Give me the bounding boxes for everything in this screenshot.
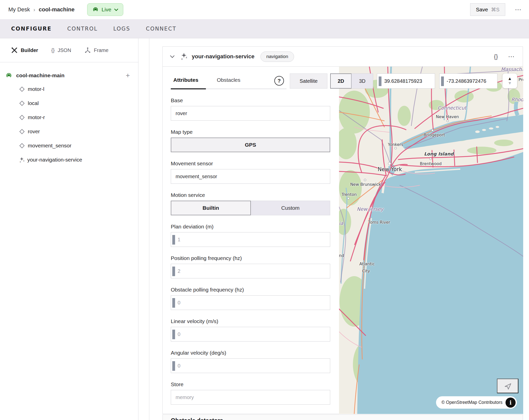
sidebar-gutter (138, 38, 149, 420)
tab-control[interactable]: CONTROL (67, 26, 98, 32)
linear-velocity-label: Linear velocity (m/s) (171, 318, 330, 324)
map-2d-button[interactable]: 2D (330, 73, 352, 89)
help-icon[interactable]: ? (274, 76, 284, 86)
svg-text:x: x (186, 56, 187, 59)
svg-text:x: x (20, 161, 21, 163)
service-type-badge: navigation (260, 51, 294, 62)
service-title: your-navigation-service (192, 53, 254, 60)
tree-root-machine[interactable]: cool-machine-main + (0, 69, 138, 82)
plan-deviation-input[interactable] (178, 232, 327, 247)
broadcast-icon (92, 6, 99, 13)
position-polling-input[interactable] (178, 264, 327, 278)
step-up-icon[interactable]: ▲ (508, 76, 512, 81)
attribution-text[interactable]: © OpenStreetMap Contributors (442, 400, 502, 405)
longitude-drag-handle[interactable] (441, 76, 444, 86)
map-type-gps-button[interactable]: GPS (171, 138, 330, 152)
latitude-drag-handle[interactable] (379, 76, 381, 86)
breadcrumb: My Desk › cool-machine (8, 6, 75, 13)
mode-tab-frame-label: Frame (94, 47, 109, 53)
card-menu-icon[interactable]: ⋯ (508, 53, 515, 61)
svg-text:x: x (181, 57, 183, 61)
position-polling-label: Position polling frequency (hz) (171, 255, 330, 261)
map-attribution: © OpenStreetMap Contributors i (436, 396, 517, 409)
field-movement-sensor: Movement sensor (171, 161, 330, 184)
tree-item-movement_sensor[interactable]: movement_sensor (0, 139, 138, 153)
live-label: Live (102, 7, 111, 13)
motion-builtin-button[interactable]: Builtin (171, 201, 251, 215)
navigation-service-icon: xx (18, 156, 25, 163)
tree-item-motor-r[interactable]: motor-r (0, 110, 138, 124)
breadcrumb-root[interactable]: My Desk (8, 6, 30, 13)
motion-custom-button[interactable]: Custom (251, 201, 330, 215)
linear-velocity-input[interactable] (178, 327, 327, 341)
component-diamond-icon (18, 114, 26, 121)
map-control-row: ? Satellite 2D 3D ▲ ▼ (163, 73, 523, 89)
attributes-form: Attributes Obstacles Base Map type GPS M… (163, 67, 339, 414)
map-viewport[interactable]: MassachProvRhodeConnecticutNew HavenBrid… (339, 67, 523, 414)
collapse-chevron-icon[interactable] (170, 55, 175, 58)
chevron-down-icon (114, 8, 118, 11)
overflow-menu-icon[interactable]: ⋯ (515, 6, 522, 14)
live-status-dropdown[interactable]: Live (87, 3, 123, 16)
location-arrow-icon (504, 382, 512, 390)
angular-velocity-drag-handle[interactable] (172, 361, 175, 371)
field-angular-velocity: Angular velocity (deg/s) (171, 350, 330, 373)
field-position-polling: Position polling frequency (hz) (171, 255, 330, 278)
obstacle-polling-input[interactable] (178, 296, 327, 310)
tree-item-local[interactable]: local (0, 96, 138, 110)
tab-configure[interactable]: CONFIGURE (11, 26, 52, 32)
mode-tab-json[interactable]: {} JSON (51, 47, 71, 53)
field-linear-velocity: Linear velocity (m/s) (171, 318, 330, 342)
tree-item-label: movement_sensor (28, 143, 71, 149)
save-label: Save (476, 7, 488, 13)
field-map-type: Map type GPS (171, 129, 330, 152)
store-input[interactable] (171, 390, 330, 405)
map-type-label: Map type (171, 129, 330, 135)
tab-connect[interactable]: CONNECT (146, 26, 176, 32)
angular-velocity-label: Angular velocity (deg/s) (171, 350, 330, 356)
tree-item-label: rover (28, 128, 40, 135)
latitude-input[interactable] (384, 74, 434, 88)
field-plan-deviation: Plan deviation (m) (171, 224, 330, 247)
longitude-input[interactable] (447, 74, 497, 88)
movement-sensor-input[interactable] (171, 169, 330, 184)
frame-axes-icon (84, 47, 91, 54)
mode-tab-json-label: JSON (58, 47, 71, 53)
field-obstacle-polling: Obstacle polling frequency (hz) (171, 287, 330, 310)
card-header: x x your-navigation-service navigation {… (163, 47, 523, 67)
movement-sensor-label: Movement sensor (171, 161, 330, 167)
tree-item-label: motor-l (28, 86, 44, 92)
zoom-stepper[interactable]: ▲ ▼ (502, 73, 517, 88)
svg-text:x: x (23, 160, 25, 162)
info-icon[interactable]: i (506, 398, 516, 408)
add-component-button[interactable]: + (126, 71, 130, 80)
obstacle-polling-drag-handle[interactable] (172, 298, 175, 308)
raw-json-icon[interactable]: {} (494, 53, 498, 60)
obstacle-polling-label: Obstacle polling frequency (hz) (171, 287, 330, 293)
tree-item-rover[interactable]: rover (0, 124, 138, 139)
mode-tab-builder[interactable]: Builder (11, 47, 38, 54)
field-base: Base (171, 97, 330, 121)
tree-item-your-navigation-service[interactable]: xxyour-navigation-service (0, 153, 138, 167)
tab-logs[interactable]: LOGS (113, 26, 130, 32)
component-diamond-icon (18, 85, 26, 93)
satellite-toggle-button[interactable]: Satellite (290, 73, 327, 89)
linear-velocity-drag-handle[interactable] (172, 330, 175, 339)
mode-tab-frame[interactable]: Frame (84, 47, 109, 54)
step-down-icon[interactable]: ▼ (508, 81, 512, 85)
machine-part-tree: cool-machine-main + motor-llocalmotor-rr… (0, 62, 138, 167)
save-shortcut: ⌘S (491, 7, 499, 13)
locate-button[interactable] (497, 379, 518, 393)
map-canvas[interactable] (339, 67, 523, 414)
braces-icon: {} (51, 47, 55, 53)
position-polling-drag-handle[interactable] (172, 267, 175, 276)
plan-deviation-drag-handle[interactable] (172, 235, 175, 245)
component-diamond-icon (18, 142, 26, 149)
plan-deviation-label: Plan deviation (m) (171, 224, 330, 230)
angular-velocity-input[interactable] (178, 359, 327, 373)
main-tab-bar: CONFIGURE CONTROL LOGS CONNECT (0, 19, 529, 38)
base-input[interactable] (171, 106, 330, 121)
map-3d-button[interactable]: 3D (351, 73, 373, 89)
tree-item-motor-l[interactable]: motor-l (0, 82, 138, 96)
save-button[interactable]: Save ⌘S (470, 3, 505, 16)
